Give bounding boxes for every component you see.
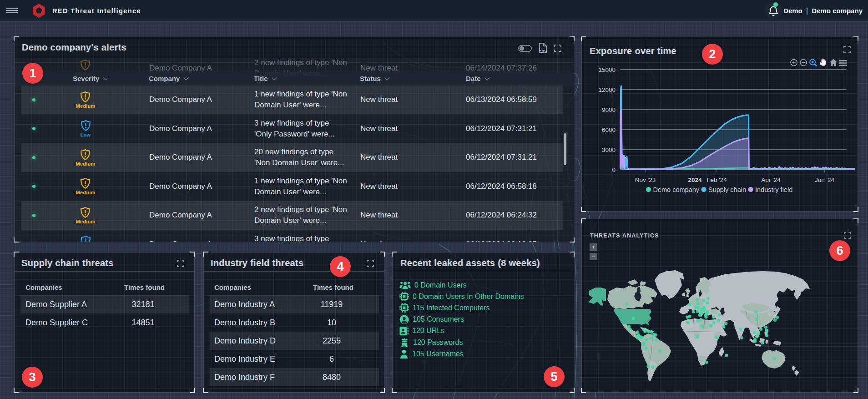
svg-text:CSV: CSV <box>539 49 547 54</box>
svg-text:0: 0 <box>612 167 616 173</box>
svg-text:9000: 9000 <box>602 106 616 113</box>
svg-text:Supply chain: Supply chain <box>708 186 746 193</box>
svg-text:Feb '24: Feb '24 <box>707 177 727 183</box>
svg-text:Nov '23: Nov '23 <box>635 177 656 183</box>
svg-text:Demo company: Demo company <box>653 186 700 193</box>
svg-text:Industry field: Industry field <box>755 186 792 193</box>
svg-text:Jun '24: Jun '24 <box>815 177 835 183</box>
svg-text:6000: 6000 <box>602 126 616 133</box>
svg-text:2024: 2024 <box>688 177 702 183</box>
svg-text:Apr '24: Apr '24 <box>761 177 781 183</box>
svg-text:12000: 12000 <box>598 86 616 93</box>
svg-text:3000: 3000 <box>602 146 616 153</box>
svg-text:15000: 15000 <box>598 66 616 73</box>
